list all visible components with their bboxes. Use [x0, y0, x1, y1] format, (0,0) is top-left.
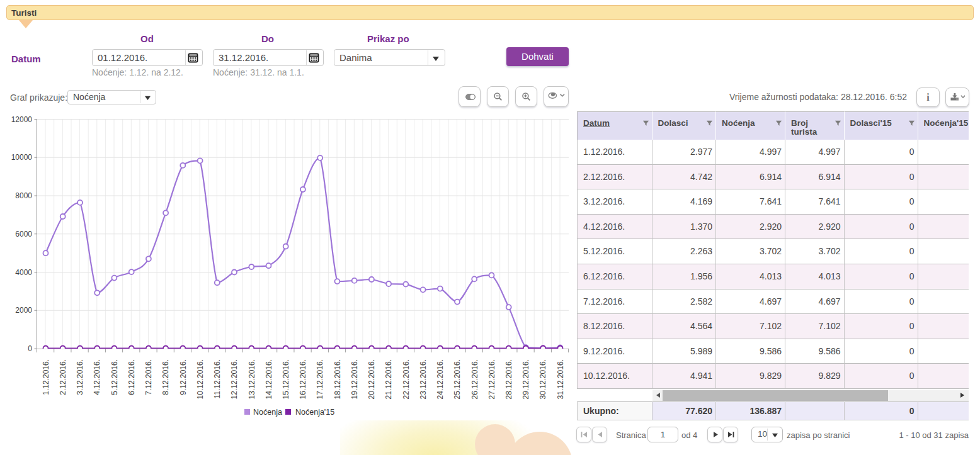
svg-text:4000: 4000 — [15, 268, 32, 277]
svg-text:29.12.2016.: 29.12.2016. — [521, 359, 530, 399]
svg-text:13.12.2016.: 13.12.2016. — [248, 359, 256, 399]
svg-text:24.12.2016.: 24.12.2016. — [436, 359, 445, 399]
svg-text:12.12.2016.: 12.12.2016. — [230, 359, 239, 399]
svg-text:8000: 8000 — [15, 191, 32, 200]
svg-text:28.12.2016.: 28.12.2016. — [504, 359, 513, 399]
svg-text:6000: 6000 — [15, 230, 32, 239]
svg-text:8.12.2016.: 8.12.2016. — [161, 359, 170, 395]
svg-text:20.12.2016.: 20.12.2016. — [367, 359, 376, 399]
svg-text:2000: 2000 — [15, 306, 32, 315]
svg-text:7.12.2016.: 7.12.2016. — [144, 359, 153, 395]
svg-text:0: 0 — [28, 344, 32, 353]
svg-text:27.12.2016.: 27.12.2016. — [487, 359, 496, 399]
svg-text:10000: 10000 — [11, 153, 33, 162]
svg-text:14.12.2016.: 14.12.2016. — [265, 359, 273, 399]
svg-text:5.12.2016.: 5.12.2016. — [110, 359, 119, 395]
svg-text:10.12.2016.: 10.12.2016. — [196, 359, 205, 399]
svg-text:3.12.2016.: 3.12.2016. — [76, 359, 84, 395]
svg-text:1.12.2016.: 1.12.2016. — [42, 359, 50, 395]
svg-text:30.12.2016.: 30.12.2016. — [538, 359, 547, 399]
svg-text:2.12.2016.: 2.12.2016. — [59, 359, 67, 395]
svg-text:11.12.2016.: 11.12.2016. — [213, 359, 222, 399]
svg-text:22.12.2016.: 22.12.2016. — [402, 359, 411, 399]
svg-text:18.12.2016.: 18.12.2016. — [333, 359, 342, 399]
svg-text:9.12.2016.: 9.12.2016. — [179, 359, 188, 395]
svg-text:15.12.2016.: 15.12.2016. — [282, 359, 290, 399]
svg-text:31.12.2016.: 31.12.2016. — [556, 359, 565, 399]
svg-text:21.12.2016.: 21.12.2016. — [384, 359, 393, 399]
svg-text:12000: 12000 — [11, 115, 33, 124]
svg-text:19.12.2016.: 19.12.2016. — [350, 359, 359, 399]
svg-text:17.12.2016.: 17.12.2016. — [316, 359, 324, 399]
svg-text:25.12.2016.: 25.12.2016. — [453, 359, 462, 399]
svg-text:26.12.2016.: 26.12.2016. — [470, 359, 479, 399]
svg-text:4.12.2016.: 4.12.2016. — [93, 359, 101, 395]
svg-text:6.12.2016.: 6.12.2016. — [127, 359, 136, 395]
svg-text:Noćenja: Noćenja — [253, 408, 282, 417]
svg-text:23.12.2016.: 23.12.2016. — [419, 359, 428, 399]
svg-text:16.12.2016.: 16.12.2016. — [299, 359, 307, 399]
svg-text:Noćenja'15: Noćenja'15 — [295, 408, 334, 417]
